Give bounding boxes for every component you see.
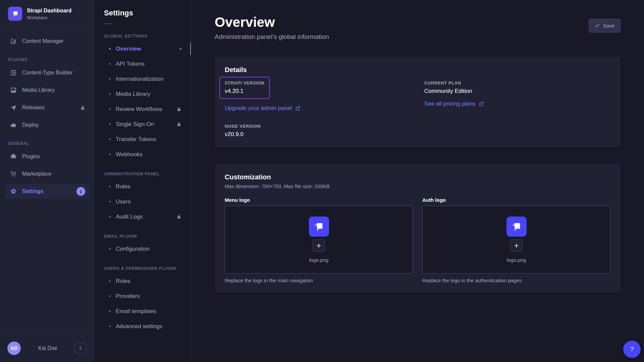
subnav-item-webhooks[interactable]: Webhooks <box>94 147 191 162</box>
subnav-item-audit-logs[interactable]: Audit Logs <box>94 209 191 224</box>
customization-card: Customization Max dimension: 750×750, Ma… <box>215 164 621 293</box>
bullet-icon <box>109 154 111 155</box>
sidebar-item-content-manager[interactable]: Content Manager <box>5 34 89 49</box>
bullet-icon <box>109 93 111 95</box>
bullet-icon <box>109 310 111 312</box>
logo-caption: Replace the logo in the authentication p… <box>422 278 610 283</box>
lock-icon <box>176 122 181 127</box>
logo-dropzone[interactable]: + logo.png <box>422 206 610 274</box>
subnav-section-label-email-plugin: EMAIL PLUGIN <box>94 234 191 239</box>
subnav-item-label: Email templates <box>116 308 181 315</box>
gear-icon <box>10 188 17 195</box>
subnav-item-label: Users <box>116 198 181 205</box>
subnav-item-transfer-tokens[interactable]: Transfer Tokens <box>94 132 191 147</box>
logo-upload-auth-logo: Auth logo + logo.png Replace the logo in… <box>422 197 610 283</box>
subnav-item-label: Single Sign-On <box>116 121 176 128</box>
user-avatar[interactable]: KD <box>7 342 21 355</box>
page-header: Overview Administration panel’s global i… <box>215 15 621 41</box>
strapi-logo-icon <box>8 7 22 21</box>
sidebar-item-marketplace[interactable]: Marketplace <box>5 167 89 181</box>
sidebar-item-content-type-builder[interactable]: Content-Type Builder <box>5 65 89 80</box>
subnav-item-api-tokens[interactable]: API Tokens <box>94 56 191 71</box>
main-sidebar: Strapi Dashboard Workplace Content Manag… <box>0 0 94 362</box>
strapi-version-value: v4.20.1 <box>225 88 264 95</box>
subnav-item-media-library[interactable]: Media Library <box>94 86 191 102</box>
sidebar-item-deploy[interactable]: Deploy <box>5 118 89 132</box>
logo-upload-label: Auth logo <box>422 197 610 203</box>
add-logo-button[interactable]: + <box>510 239 523 252</box>
sidebar-footer: KD Kai Doe <box>0 334 94 362</box>
bullet-icon <box>109 108 111 110</box>
details-right-column: CURRENT PLAN Community Edition See all p… <box>424 80 610 138</box>
details-card: Details STRAPI VERSION v4.20.1 Upgrade y… <box>215 57 621 147</box>
lock-icon <box>80 105 85 110</box>
logo-caption: Replace the logo in the main navigation <box>225 278 413 283</box>
subnav-item-internationalization[interactable]: Internationalization <box>94 71 191 86</box>
page-subtitle: Administration panel’s global informatio… <box>215 33 329 41</box>
workspace-title: Strapi Dashboard <box>27 7 71 14</box>
layout-icon <box>10 69 17 76</box>
sidebar-item-plugins[interactable]: Plugins <box>5 149 89 164</box>
sidebar-item-settings[interactable]: Settings 1 <box>5 184 89 199</box>
collapse-sidebar-button[interactable] <box>75 343 86 354</box>
strapi-logo-preview <box>309 217 329 237</box>
customization-constraints: Max dimension: 750×750, Max file size: 1… <box>225 183 610 189</box>
sidebar-item-releases[interactable]: Releases <box>5 100 89 115</box>
subnav-section-label-users-permissions-plugin: USERS & PERMISSIONS PLUGIN <box>94 266 191 271</box>
subnav-item-email-templates[interactable]: Email templates <box>94 304 191 319</box>
add-logo-button[interactable]: + <box>313 239 325 252</box>
customization-heading: Customization <box>225 173 610 181</box>
subnav-title: Settings <box>94 9 191 17</box>
subnav-item-label: Roles <box>116 183 181 190</box>
logo-dropzone[interactable]: + logo.png <box>225 206 413 274</box>
bullet-icon <box>109 248 111 250</box>
notification-badge: 1 <box>76 187 85 196</box>
subnav-item-configuration[interactable]: Configuration <box>94 241 191 256</box>
upgrade-admin-panel-link[interactable]: Upgrade your admin panel <box>225 105 301 112</box>
external-link-icon <box>479 101 484 107</box>
subnav-item-roles[interactable]: Roles <box>94 179 191 194</box>
logo-filename: logo.png <box>309 257 329 263</box>
lock-icon <box>176 107 181 112</box>
logo-upload-grid: Menu logo + logo.png Replace the logo in… <box>225 197 610 283</box>
pen-icon <box>10 38 17 45</box>
subnav-item-advanced-settings[interactable]: Advanced settings <box>94 319 191 334</box>
subnav-section-label-global-settings: GLOBAL SETTINGS <box>94 34 191 39</box>
strapi-logo-preview <box>506 217 527 237</box>
nav-section-label-plugins: PLUGINS <box>0 57 94 62</box>
bullet-icon <box>109 201 111 202</box>
sidebar-item-media-library[interactable]: Media Library <box>5 83 89 98</box>
subnav-item-single-sign-on[interactable]: Single Sign-On <box>94 117 191 132</box>
subnav-item-label: Internationalization <box>116 76 181 82</box>
strapi-version-highlight: STRAPI VERSION v4.20.1 <box>219 77 270 99</box>
workspace-brand[interactable]: Strapi Dashboard Workplace <box>0 0 94 28</box>
paper-plane-icon <box>10 104 17 111</box>
subnav-item-label: Review Workflows <box>116 106 176 113</box>
subnav-item-roles[interactable]: Roles <box>94 274 191 289</box>
user-name: Kai Doe <box>24 345 71 351</box>
sidebar-item-label: Deploy <box>22 122 85 128</box>
subnav-item-overview[interactable]: Overview <box>94 41 191 56</box>
sidebar-item-label: Releases <box>22 105 75 111</box>
subnav-item-users[interactable]: Users <box>94 194 191 209</box>
current-plan-value: Community Edition <box>424 88 610 95</box>
check-icon <box>595 23 600 28</box>
subnav-item-label: API Tokens <box>116 61 181 67</box>
subnav-item-providers[interactable]: Providers <box>94 289 191 304</box>
pricing-plans-link[interactable]: See all pricing plans <box>424 101 484 107</box>
pricing-link-label: See all pricing plans <box>424 101 475 107</box>
node-version-value: v20.9.0 <box>225 131 411 138</box>
save-button[interactable]: Save <box>589 19 621 33</box>
subnav-item-review-workflows[interactable]: Review Workflows <box>94 102 191 117</box>
external-link-icon <box>295 106 301 111</box>
node-version-label: NODE VERSION <box>225 124 411 129</box>
help-button[interactable]: ? <box>623 341 641 358</box>
subnav-item-label: Audit Logs <box>116 214 176 220</box>
bullet-icon <box>109 138 111 140</box>
page-title: Overview <box>215 15 329 30</box>
sidebar-item-label: Settings <box>22 188 71 194</box>
details-left-column: STRAPI VERSION v4.20.1 Upgrade your admi… <box>225 80 411 138</box>
strapi-version-label: STRAPI VERSION <box>225 80 264 85</box>
subnav-item-label: Providers <box>116 293 181 300</box>
details-heading: Details <box>225 66 610 74</box>
